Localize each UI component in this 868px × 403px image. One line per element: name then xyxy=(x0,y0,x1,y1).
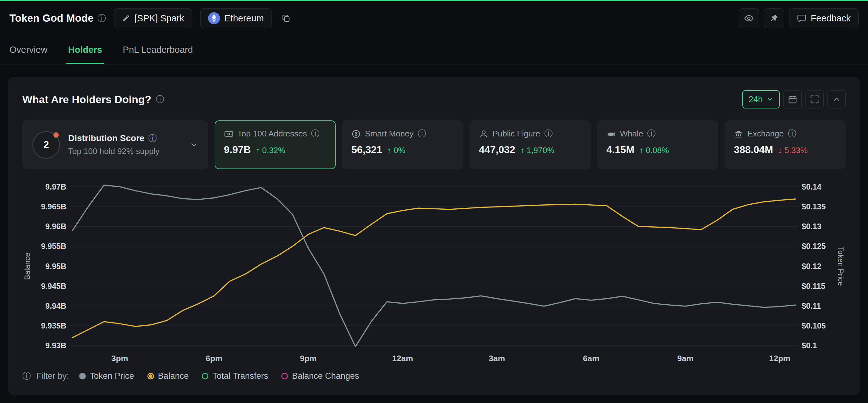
x-tick-label: 3pm xyxy=(111,354,128,363)
watch-button[interactable] xyxy=(739,8,759,28)
x-tick-label: 12pm xyxy=(769,354,790,363)
token-price-dot-icon xyxy=(79,373,86,379)
info-icon[interactable]: ⓘ xyxy=(418,129,426,138)
distribution-score-card[interactable]: 2 Distribution Score ⓘ Top 100 hold 92% … xyxy=(22,120,208,169)
page-title: Token God Mode xyxy=(9,12,94,24)
chat-icon xyxy=(797,13,806,23)
y-tick-label: 9.96B xyxy=(45,222,66,231)
eye-icon xyxy=(744,13,754,23)
distribution-score-label: Distribution Score xyxy=(68,133,145,143)
timeframe-dropdown[interactable]: 24h xyxy=(742,90,780,108)
cash-icon xyxy=(224,129,234,138)
y-tick-label: 9.945B xyxy=(41,281,66,290)
info-icon[interactable]: ⓘ xyxy=(788,129,796,138)
chain-select-label: Ethereum xyxy=(224,13,264,24)
stat-label: Public Figure xyxy=(492,129,540,138)
filter-token-price[interactable]: Token Price xyxy=(79,371,134,381)
stat-value: 447,032 xyxy=(479,144,516,156)
chevron-down-icon[interactable] xyxy=(189,141,198,149)
x-tick-label: 3am xyxy=(489,354,505,363)
alert-dot xyxy=(54,132,59,138)
chain-select-button[interactable]: Ethereum xyxy=(200,8,272,28)
info-icon[interactable]: ⓘ xyxy=(647,129,656,138)
info-icon[interactable]: ⓘ xyxy=(311,129,320,138)
x-axis-labels: 3pm6pm9pm12am3am6am9am12pm xyxy=(69,345,799,363)
filter-label: Total Transfers xyxy=(212,371,268,381)
stat-change: ↑ 0% xyxy=(387,146,405,155)
token-select-label: [SPK] Spark xyxy=(134,13,184,24)
stat-card-public-figure[interactable]: Public Figure ⓘ 447,032 ↑ 1,970% xyxy=(469,120,591,169)
y-tick-label: $0.12 xyxy=(802,261,822,271)
total-transfers-dot-icon xyxy=(202,373,208,379)
info-icon[interactable]: ⓘ xyxy=(148,134,157,143)
chart-canvas[interactable] xyxy=(69,187,799,345)
token-select-button[interactable]: [SPK] Spark xyxy=(114,8,192,28)
app-header: Token God Mode ⓘ [SPK] Spark Ethereum Fe… xyxy=(0,1,868,35)
main-tabbar: Overview Holders PnL Leaderboard xyxy=(0,35,868,64)
holders-chart: Balance 9.97B9.965B9.96B9.955B9.95B9.945… xyxy=(22,187,846,363)
tab-holders[interactable]: Holders xyxy=(68,35,102,64)
filter-balance[interactable]: Balance xyxy=(147,371,189,381)
pin-button[interactable] xyxy=(764,8,784,28)
info-icon[interactable]: ⓘ xyxy=(97,14,106,23)
y-tick-label: 9.935B xyxy=(41,321,66,330)
header-actions: Feedback xyxy=(739,8,859,28)
panel-header: What Are Holders Doing? ⓘ 24h xyxy=(22,90,846,108)
tab-pnl-leaderboard[interactable]: PnL Leaderboard xyxy=(123,35,193,64)
pin-icon xyxy=(769,13,779,23)
stat-card-whale[interactable]: Whale ⓘ 4.15M ↑ 0.08% xyxy=(597,120,718,169)
chart-plot-area[interactable]: 3pm6pm9pm12am3am6am9am12pm xyxy=(69,187,799,363)
info-icon[interactable]: ⓘ xyxy=(22,372,31,380)
right-axis: Token Price $0.14$0.135$0.13$0.125$0.12$… xyxy=(799,187,846,345)
filter-balance-changes[interactable]: Balance Changes xyxy=(281,371,359,381)
stat-change: ↑ 0.08% xyxy=(640,146,669,155)
y-tick-label: 9.965B xyxy=(41,202,66,211)
stat-card-top100[interactable]: Top 100 Addresses ⓘ 9.97B ↑ 0.32% xyxy=(215,120,336,169)
y-tick-label: $0.1 xyxy=(802,341,817,350)
feedback-label: Feedback xyxy=(811,13,851,24)
y-tick-label: $0.125 xyxy=(802,242,826,251)
right-axis-title: Token Price xyxy=(836,246,845,286)
x-tick-label: 6pm xyxy=(206,354,222,363)
y-tick-label: $0.11 xyxy=(802,301,821,310)
expand-icon xyxy=(810,95,819,104)
whale-icon xyxy=(607,129,616,138)
stat-label: Whale xyxy=(620,129,643,138)
stat-label: Top 100 Addresses xyxy=(238,129,307,138)
chevron-up-icon xyxy=(832,95,841,104)
left-axis-title: Balance xyxy=(23,252,32,280)
tab-overview[interactable]: Overview xyxy=(9,35,48,64)
ethereum-icon xyxy=(208,12,220,24)
stat-value: 4.15M xyxy=(607,144,634,156)
panel-title: What Are Holders Doing? xyxy=(22,93,152,105)
y-tick-label: $0.105 xyxy=(802,321,826,330)
stat-card-exchange[interactable]: Exchange ⓘ 388.04M ↓ 5.33% xyxy=(724,120,846,169)
feedback-button[interactable]: Feedback xyxy=(789,8,859,28)
y-tick-label: 9.955B xyxy=(41,242,66,251)
stat-change: ↑ 0.32% xyxy=(256,146,285,155)
info-icon[interactable]: ⓘ xyxy=(544,129,553,138)
stat-change: ↑ 1,970% xyxy=(520,146,554,155)
y-tick-label: 9.94B xyxy=(45,301,66,310)
distribution-score-circle: 2 xyxy=(32,131,60,159)
person-icon xyxy=(479,129,488,138)
calendar-button[interactable] xyxy=(783,90,802,108)
timeframe-value: 24h xyxy=(749,95,763,104)
filter-by-label: Filter by: xyxy=(36,371,69,381)
stat-cards-row: 2 Distribution Score ⓘ Top 100 hold 92% … xyxy=(22,120,846,169)
stat-value: 56,321 xyxy=(351,144,382,156)
stat-label: Exchange xyxy=(747,129,784,138)
copy-address-button[interactable] xyxy=(280,8,292,28)
coin-icon xyxy=(351,129,361,138)
stat-card-smart-money[interactable]: Smart Money ⓘ 56,321 ↑ 0% xyxy=(342,120,463,169)
holders-panel: What Are Holders Doing? ⓘ 24h 2 xyxy=(8,77,860,395)
pencil-icon xyxy=(122,14,130,22)
fullscreen-button[interactable] xyxy=(805,90,824,108)
balance-changes-dot-icon xyxy=(281,373,288,379)
info-icon[interactable]: ⓘ xyxy=(156,95,164,104)
y-tick-label: 9.97B xyxy=(45,182,66,191)
stat-label: Smart Money xyxy=(365,129,413,138)
calendar-icon xyxy=(788,95,797,104)
collapse-button[interactable] xyxy=(828,90,846,108)
filter-total-transfers[interactable]: Total Transfers xyxy=(202,371,268,381)
